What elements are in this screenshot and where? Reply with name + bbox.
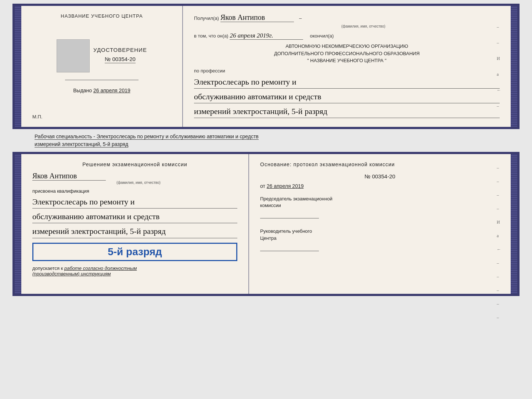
top-book-left: НАЗВАНИЕ УЧЕБНОГО ЦЕНТРА УДОСТОВЕРЕНИЕ №… — [21, 6, 183, 127]
side-dashes-top: – – И а ← – — [497, 24, 501, 109]
rukovoditel-signature-line — [260, 244, 319, 251]
v-tom-line: в том, что он(а) 26 апреля 2019г. окончи… — [194, 32, 500, 40]
osnovaniye-text: Основание: протокол экзаменационной коми… — [260, 161, 500, 167]
bottom-recipient-name: Яков Антипов — [32, 172, 77, 180]
komissia-text: Решением экзаменационной комиссии — [32, 161, 237, 167]
vydano-text: Выдано 26 апреля 2019 — [73, 88, 130, 93]
udostoverenie-title: УДОСТОВЕРЕНИЕ — [93, 47, 147, 53]
org-block: АВТОНОМНУЮ НЕКОММЕРЧЕСКУЮ ОРГАНИЗАЦИЮ ДО… — [194, 43, 500, 64]
bottom-book: Решением экзаменационной комиссии Яков А… — [12, 152, 520, 296]
seal-placeholder — [57, 39, 90, 72]
line-sep-1 — [65, 80, 139, 80]
bottom-book-left: Решением экзаменационной комиссии Яков А… — [21, 154, 249, 294]
document-container: НАЗВАНИЕ УЧЕБНОГО ЦЕНТРА УДОСТОВЕРЕНИЕ №… — [12, 4, 520, 296]
bottom-profession-block: Электрослесарь по ремонту и обслуживанию… — [32, 195, 237, 240]
book-spine-right-top — [511, 6, 517, 127]
fio-caption: (фамилия, имя, отчество) — [227, 24, 500, 28]
subtitle-line2: измерений электростанций, 5-й разряд — [35, 141, 128, 147]
recipient-name: Яков Антипов — [220, 13, 265, 21]
predsedatel-signature-line — [260, 211, 319, 218]
dopuskaetsya-text: допускается к работе согласно должностны… — [32, 266, 237, 277]
book-spine-left-bottom — [15, 154, 21, 294]
prisvoena-text: присвоена квалификация — [32, 188, 237, 194]
bottom-book-right: Основание: протокол экзаменационной коми… — [249, 154, 511, 294]
bottom-number: № 00354-20 — [260, 173, 500, 179]
top-book-right: Получил(а) Яков Антипов – (фамилия, имя,… — [183, 6, 511, 127]
subtitle-line1: Рабочая специальность - Электрослесарь п… — [35, 133, 259, 140]
side-dashes-bottom: – – – – И а ← – – – – – — [497, 165, 501, 320]
book-spine-right-bottom — [511, 154, 517, 294]
mp-text: М.П. — [32, 114, 42, 120]
predsedatel-block: Председатель экзаменационной комиссии — [260, 196, 500, 221]
udostoverenie-number: № 00354-20 — [105, 56, 136, 63]
top-book: НАЗВАНИЕ УЧЕБНОГО ЦЕНТРА УДОСТОВЕРЕНИЕ №… — [12, 4, 520, 129]
training-center-title: НАЗВАНИЕ УЧЕБНОГО ЦЕНТРА — [61, 13, 143, 19]
ot-line: от 26 апреля 2019 — [260, 183, 500, 189]
subtitle-block: Рабочая специальность - Электрослесарь п… — [20, 132, 520, 149]
bottom-fio-caption: (фамилия, имя, отчество) — [40, 181, 237, 185]
po-professii: по профессии — [194, 68, 225, 74]
v-tom-date: 26 апреля 2019г. — [230, 32, 273, 39]
profession-block: Электрослесарь по ремонту и обслуживанию… — [194, 75, 500, 118]
grade-badge: 5-й разряд — [32, 243, 237, 261]
book-spine-left — [15, 6, 21, 127]
poluchil-line: Получил(а) Яков Антипов – — [194, 13, 500, 22]
bottom-name-block: Яков Антипов (фамилия, имя, отчество) — [32, 172, 237, 185]
rukovoditel-block: Руководитель учебного Центра — [260, 228, 500, 253]
